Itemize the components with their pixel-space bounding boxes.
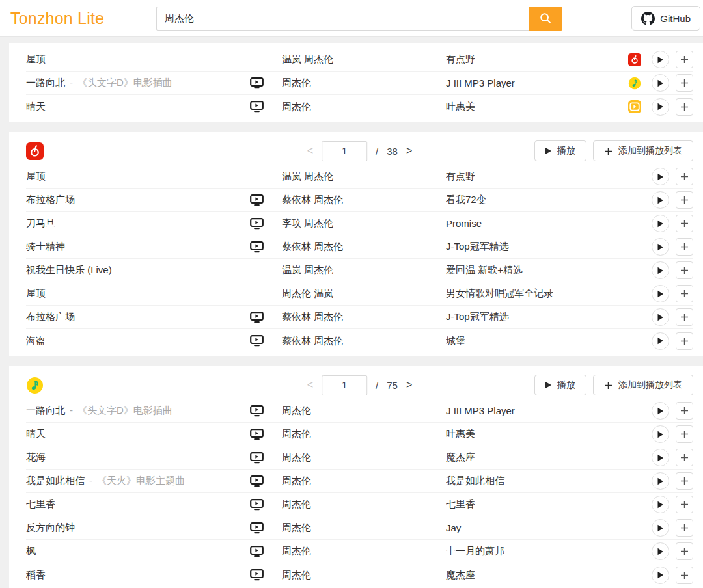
search-button[interactable] bbox=[529, 7, 562, 31]
add-all-to-playlist-button[interactable]: 添加到播放列表 bbox=[593, 375, 693, 395]
row-add-button[interactable] bbox=[676, 332, 693, 350]
mv-icon[interactable] bbox=[250, 265, 264, 276]
row-play-button[interactable] bbox=[652, 98, 669, 116]
song-title-text: 花海 bbox=[26, 451, 46, 464]
row-play-button[interactable] bbox=[652, 496, 669, 513]
row-add-button[interactable] bbox=[676, 449, 693, 466]
row-play-button[interactable] bbox=[652, 332, 669, 350]
mv-icon[interactable] bbox=[250, 77, 264, 89]
song-row: 晴天 周杰伦 叶惠美 bbox=[26, 423, 693, 446]
row-add-button[interactable] bbox=[676, 519, 693, 537]
song-title[interactable]: 稻香 bbox=[26, 569, 250, 581]
play-all-button[interactable]: 播放 bbox=[534, 140, 586, 161]
song-title-text: 屋顶 bbox=[26, 170, 46, 183]
row-controls bbox=[652, 472, 693, 490]
row-add-button[interactable] bbox=[676, 98, 693, 116]
song-title[interactable]: 晴天 bbox=[26, 428, 250, 440]
row-add-button[interactable] bbox=[676, 567, 693, 584]
row-play-button[interactable] bbox=[652, 215, 669, 232]
page-input[interactable] bbox=[322, 375, 367, 395]
song-title[interactable]: 晴天 bbox=[26, 101, 250, 113]
row-play-button[interactable] bbox=[652, 168, 669, 185]
row-add-button[interactable] bbox=[676, 261, 693, 279]
song-title[interactable]: 布拉格广场 bbox=[26, 311, 250, 323]
row-add-button[interactable] bbox=[676, 191, 693, 209]
search-input[interactable] bbox=[156, 7, 529, 31]
mv-icon[interactable] bbox=[250, 54, 264, 66]
song-title[interactable]: 枫 bbox=[26, 545, 250, 557]
song-title-text: 反方向的钟 bbox=[26, 522, 75, 534]
row-play-button[interactable] bbox=[652, 51, 669, 68]
mv-icon[interactable] bbox=[250, 218, 264, 230]
qq-music-results-list: 一路向北 - 《头文字D》电影插曲 周杰伦 J III MP3 Player bbox=[26, 399, 693, 587]
add-all-to-playlist-button[interactable]: 添加到播放列表 bbox=[593, 140, 693, 161]
mv-icon[interactable] bbox=[250, 312, 264, 323]
app-logo[interactable]: Tonzhon Lite bbox=[10, 9, 156, 28]
mv-icon[interactable] bbox=[250, 499, 264, 511]
song-title[interactable]: 屋顶 bbox=[26, 53, 250, 66]
row-add-button[interactable] bbox=[676, 402, 693, 420]
row-play-button[interactable] bbox=[652, 519, 669, 537]
row-add-button[interactable] bbox=[676, 168, 693, 185]
row-play-button[interactable] bbox=[652, 74, 669, 92]
mv-icon[interactable] bbox=[250, 335, 264, 347]
song-title[interactable]: 骑士精神 bbox=[26, 241, 250, 253]
song-title[interactable]: 屋顶 bbox=[26, 170, 250, 183]
prev-page-button[interactable]: < bbox=[307, 379, 313, 391]
play-all-button[interactable]: 播放 bbox=[534, 375, 586, 395]
page-input[interactable] bbox=[322, 141, 367, 161]
song-title[interactable]: 一路向北 - 《头文字D》电影插曲 bbox=[26, 77, 250, 89]
song-row: 海盗 蔡依林 周杰伦 城堡 bbox=[26, 329, 693, 353]
row-add-button[interactable] bbox=[676, 496, 693, 513]
mv-icon[interactable] bbox=[250, 569, 264, 581]
row-add-button[interactable] bbox=[676, 215, 693, 232]
song-title[interactable]: 我是如此相信 - 《天火》电影主题曲 bbox=[26, 475, 250, 487]
row-play-button[interactable] bbox=[652, 308, 669, 326]
song-title[interactable]: 刀马旦 bbox=[26, 217, 250, 230]
row-play-button[interactable] bbox=[652, 542, 669, 560]
row-add-button[interactable] bbox=[676, 51, 693, 68]
github-button[interactable]: GitHub bbox=[631, 6, 700, 31]
row-play-button[interactable] bbox=[652, 567, 669, 584]
mv-icon[interactable] bbox=[250, 241, 264, 253]
mv-icon[interactable] bbox=[250, 101, 264, 113]
song-title[interactable]: 屋顶 bbox=[26, 287, 250, 300]
row-play-button[interactable] bbox=[652, 402, 669, 420]
mv-icon[interactable] bbox=[250, 429, 264, 440]
song-title[interactable]: 布拉格广场 bbox=[26, 194, 250, 206]
next-page-button[interactable]: > bbox=[406, 145, 412, 157]
row-play-button[interactable] bbox=[652, 238, 669, 256]
row-play-button[interactable] bbox=[652, 261, 669, 279]
mv-icon[interactable] bbox=[250, 171, 264, 183]
qq-music-icon bbox=[26, 377, 44, 394]
row-add-button[interactable] bbox=[676, 308, 693, 326]
row-add-button[interactable] bbox=[676, 425, 693, 443]
row-add-button[interactable] bbox=[676, 238, 693, 256]
song-title[interactable]: 反方向的钟 bbox=[26, 522, 250, 534]
row-play-button[interactable] bbox=[652, 449, 669, 466]
qq-music-icon bbox=[628, 77, 652, 90]
row-add-button[interactable] bbox=[676, 542, 693, 560]
mv-icon[interactable] bbox=[250, 522, 264, 534]
next-page-button[interactable]: > bbox=[406, 379, 412, 391]
row-play-button[interactable] bbox=[652, 191, 669, 209]
mv-icon[interactable] bbox=[250, 475, 264, 487]
row-add-button[interactable] bbox=[676, 285, 693, 302]
mv-icon[interactable] bbox=[250, 288, 264, 300]
row-play-button[interactable] bbox=[652, 425, 669, 443]
mv-icon[interactable] bbox=[250, 546, 264, 557]
row-play-button[interactable] bbox=[652, 472, 669, 490]
song-title-text: 晴天 bbox=[26, 101, 46, 113]
prev-page-button[interactable]: < bbox=[307, 145, 313, 157]
song-title[interactable]: 海盗 bbox=[26, 335, 250, 347]
row-add-button[interactable] bbox=[676, 74, 693, 92]
song-title[interactable]: 七里香 bbox=[26, 498, 250, 511]
song-title[interactable]: 花海 bbox=[26, 451, 250, 464]
mv-icon[interactable] bbox=[250, 452, 264, 464]
song-title[interactable]: 一路向北 - 《头文字D》电影插曲 bbox=[26, 405, 250, 417]
row-play-button[interactable] bbox=[652, 285, 669, 302]
row-add-button[interactable] bbox=[676, 472, 693, 490]
mv-icon[interactable] bbox=[250, 194, 264, 206]
song-title[interactable]: 祝我生日快乐 (Live) bbox=[26, 264, 250, 276]
mv-icon[interactable] bbox=[250, 405, 264, 417]
